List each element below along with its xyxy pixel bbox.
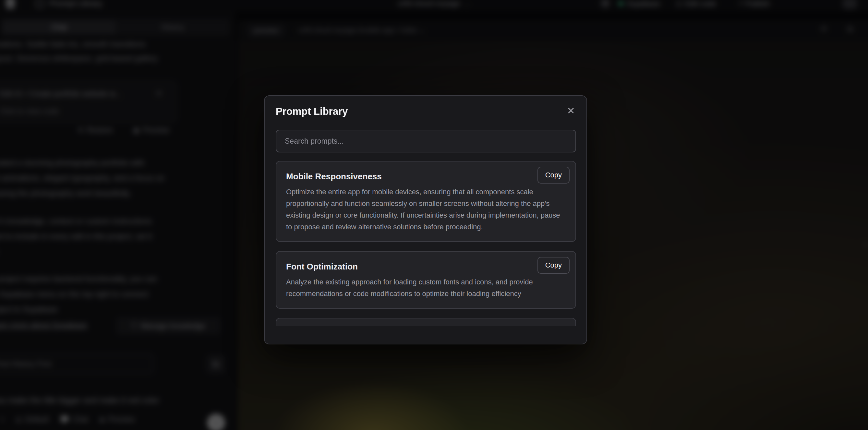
prompt-library-dialog: Prompt Library ✕ Mobile Responsiveness C… — [264, 95, 587, 344]
close-icon[interactable]: ✕ — [564, 104, 578, 118]
prompt-card: Mobile Responsiveness Copy Optimize the … — [276, 161, 576, 242]
copy-button[interactable]: Copy — [537, 167, 569, 184]
prompt-list: Mobile Responsiveness Copy Optimize the … — [276, 158, 576, 326]
prompt-description: Optimize the entire app for mobile devic… — [286, 186, 566, 233]
prompt-name: Mobile Responsiveness — [286, 170, 566, 183]
prompt-description: Analyze the existing approach for loadin… — [286, 276, 566, 300]
screen: Prompt Library urfd-cloud-voyage⌄ ⚙ Supa… — [0, 0, 868, 430]
search-input[interactable] — [276, 130, 576, 152]
copy-button[interactable]: Copy — [537, 257, 569, 274]
dialog-title: Prompt Library — [276, 106, 348, 117]
prompt-card: Font Optimization Copy Analyze the exist… — [276, 251, 576, 309]
prompt-name: Font Optimization — [286, 260, 566, 273]
prompt-card-partial — [276, 318, 576, 326]
